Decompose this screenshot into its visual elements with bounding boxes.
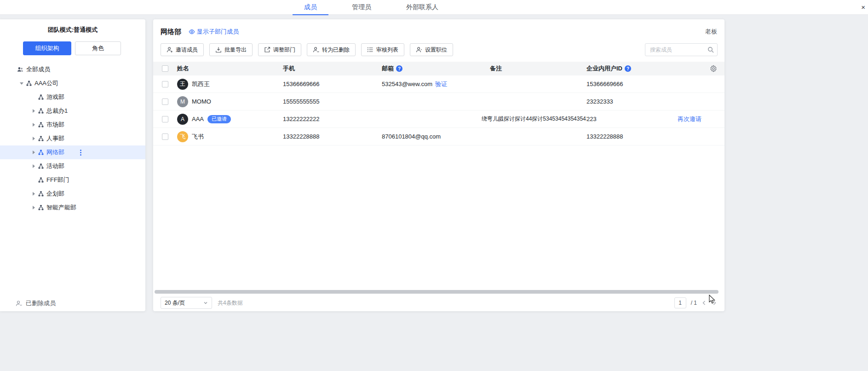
member-user-id: 13322228888 [586, 133, 678, 140]
table-row: M MOMO 15555555555 23232333 [153, 93, 724, 110]
table-row: 飞 飞书 13322228888 8706101804@qq.com 13322… [153, 128, 724, 145]
member-name: MOMO [192, 98, 211, 105]
member-user-id: 15366669666 [586, 81, 678, 87]
show-sub-dept-link[interactable]: 显示子部门成员 [189, 28, 239, 36]
to-deleted-icon [313, 46, 319, 53]
sidebar-switch: 组织架构 角色 [0, 34, 145, 55]
search-icon[interactable] [707, 46, 714, 53]
chevron-right-icon[interactable] [30, 206, 37, 209]
batch-export-label: 批量导出 [224, 46, 247, 54]
verify-email-link[interactable]: 验证 [435, 80, 447, 88]
invite-member-button[interactable]: 邀请成员 [161, 43, 204, 56]
tree-item-dept[interactable]: 游戏部 [0, 90, 145, 104]
role-button[interactable]: 角色 [75, 41, 121, 55]
tree-item-dept-selected[interactable]: 网络部 [0, 145, 145, 159]
more-vertical-icon[interactable] [78, 148, 83, 157]
org-structure-button[interactable]: 组织架构 [23, 41, 71, 55]
avatar: 王 [177, 79, 188, 90]
help-icon[interactable]: ? [396, 65, 402, 72]
chevron-right-icon[interactable] [30, 123, 37, 127]
review-list-label: 审核列表 [376, 46, 398, 54]
row-action-cell: 再次邀请 [678, 115, 724, 123]
col-header-name: 姓名 [177, 64, 283, 73]
total-count-label: 共4条数据 [218, 299, 243, 307]
org-node-icon [38, 108, 44, 114]
tree-item-dept[interactable]: 市场部 [0, 118, 145, 132]
chevron-right-icon[interactable] [30, 192, 37, 196]
member-remark: 绕弯儿皒探讨探讨44探讨534534543543543 [482, 115, 586, 123]
invited-status-badge: 已邀请 [207, 115, 231, 123]
tab-members[interactable]: 成员 [293, 0, 328, 15]
invite-member-label: 邀请成员 [176, 46, 198, 54]
move-to-deleted-button[interactable]: 转为已删除 [307, 43, 356, 56]
batch-export-button[interactable]: 批量导出 [209, 43, 253, 56]
member-phone: 15555555555 [283, 98, 382, 105]
search-input[interactable] [645, 43, 718, 56]
tab-admins-label: 管理员 [352, 3, 371, 12]
tree-item-dept[interactable]: 企划部 [0, 187, 145, 201]
owner-role-label: 老板 [705, 28, 717, 36]
chevron-right-icon[interactable] [30, 151, 37, 154]
tree-item-dept[interactable]: 活动部 [0, 159, 145, 173]
tree-item-dept[interactable]: 总裁办1 [0, 104, 145, 118]
department-title: 网络部 [161, 28, 181, 36]
member-email: 8706101804@qq.com [382, 133, 441, 140]
help-icon[interactable]: ? [625, 65, 631, 72]
org-node-icon [38, 163, 44, 169]
gear-icon[interactable] [678, 65, 724, 72]
row-checkbox[interactable] [162, 116, 168, 122]
table-row: 王 凯西王 15366669666 532543@wew.com 验证 1536… [153, 75, 724, 93]
horizontal-scrollbar[interactable] [155, 290, 719, 294]
adjust-department-button[interactable]: 调整部门 [258, 43, 301, 56]
member-email-cell: 8706101804@qq.com [382, 133, 490, 140]
row-checkbox[interactable] [162, 81, 168, 87]
tree-item-all-members[interactable]: 全部成员 [0, 63, 145, 76]
member-name-cell: M MOMO [177, 96, 283, 107]
chevron-left-icon[interactable] [701, 300, 707, 306]
tab-admins[interactable]: 管理员 [340, 0, 383, 15]
tab-external-contacts[interactable]: 外部联系人 [395, 0, 450, 15]
page-size-select[interactable]: 20 条/页 [161, 297, 212, 309]
chevron-down-icon[interactable] [18, 82, 25, 85]
org-node-icon [26, 81, 32, 86]
org-node-icon [38, 150, 44, 155]
reinvite-link[interactable]: 再次邀请 [678, 116, 701, 122]
tree-item-label: 企划部 [46, 190, 64, 198]
set-position-button[interactable]: 设置职位 [410, 43, 453, 56]
tree-item-label: AAA公司 [34, 79, 58, 87]
avatar: 飞 [177, 131, 188, 142]
tree-item-label: FFF部门 [46, 176, 69, 184]
adjust-department-label: 调整部门 [273, 46, 295, 54]
review-list-button[interactable]: 审核列表 [361, 43, 404, 56]
close-icon[interactable]: × [859, 3, 867, 12]
member-phone: 15366669666 [283, 81, 382, 87]
page-controls: 1 / 1 [674, 297, 717, 308]
member-name-cell: 王 凯西王 [177, 79, 283, 90]
deleted-members-entry[interactable]: 已删除成员 [16, 299, 56, 307]
member-name-cell: A AAA 已邀请 [177, 114, 283, 125]
page-total-label: / 1 [691, 300, 697, 306]
chevron-right-icon[interactable] [30, 109, 37, 113]
top-tab-bar: 成员 管理员 外部联系人 × [0, 0, 868, 15]
adjust-dept-icon [264, 46, 270, 53]
row-checkbox[interactable] [162, 133, 168, 140]
row-checkbox[interactable] [162, 99, 168, 105]
tree-item-dept[interactable]: FFF部门 [0, 173, 145, 187]
member-name: 凯西王 [192, 80, 210, 88]
chevron-right-icon[interactable] [712, 300, 717, 306]
select-all-checkbox[interactable] [162, 65, 168, 72]
tree-item-dept[interactable]: 智能产能部 [0, 201, 145, 214]
chevron-down-icon [203, 301, 208, 305]
page-number-input[interactable]: 1 [674, 297, 686, 308]
chevron-right-icon[interactable] [30, 164, 37, 168]
tree-item-company[interactable]: AAA公司 [0, 76, 145, 90]
tree-item-dept[interactable]: 人事部 [0, 132, 145, 145]
tree-item-label: 活动部 [46, 162, 64, 170]
tree-item-label: 人事部 [46, 134, 64, 143]
members-panel: 网络部 显示子部门成员 老板 邀请成员 批量导出 调整部门 [153, 19, 724, 311]
member-user-id: 23232333 [586, 98, 678, 105]
org-node-icon [38, 177, 44, 183]
tab-external-contacts-label: 外部联系人 [406, 3, 438, 12]
avatar: M [177, 96, 188, 107]
chevron-right-icon[interactable] [30, 137, 37, 140]
